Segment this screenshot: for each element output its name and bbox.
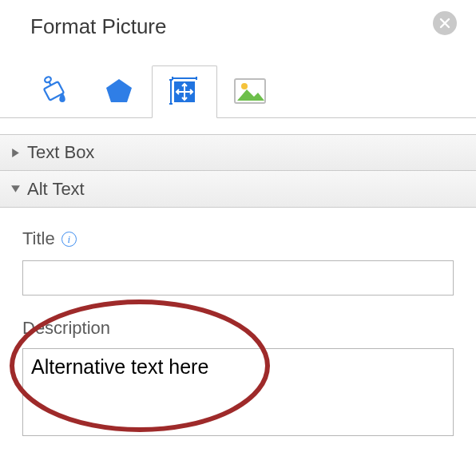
description-label: Description xyxy=(22,318,110,339)
panel-header: Format Picture xyxy=(0,0,476,50)
title-input[interactable] xyxy=(22,260,454,296)
section-label-alt-text: Alt Text xyxy=(27,179,85,200)
alt-text-form: Title i Description xyxy=(0,208,476,439)
section-label-text-box: Text Box xyxy=(27,142,94,163)
svg-marker-15 xyxy=(12,149,19,157)
spacer xyxy=(0,118,476,134)
size-properties-icon xyxy=(167,74,202,109)
panel-title: Format Picture xyxy=(30,14,167,39)
pentagon-icon xyxy=(103,75,135,107)
description-label-row: Description xyxy=(22,318,454,339)
section-text-box[interactable]: Text Box xyxy=(0,134,476,171)
svg-point-1 xyxy=(44,76,52,83)
close-icon xyxy=(439,18,450,29)
chevron-down-icon xyxy=(8,184,22,194)
description-input[interactable] xyxy=(22,348,454,436)
picture-icon xyxy=(232,77,268,105)
tab-fill-line[interactable] xyxy=(21,65,86,117)
title-label-row: Title i xyxy=(22,228,454,249)
chevron-right-icon xyxy=(8,148,22,158)
tab-strip xyxy=(0,50,476,118)
info-icon[interactable]: i xyxy=(61,232,77,247)
svg-marker-2 xyxy=(106,79,132,102)
format-picture-panel: Format Picture xyxy=(0,0,476,476)
tab-size-properties[interactable] xyxy=(152,65,217,118)
tab-effects[interactable] xyxy=(86,65,152,117)
section-alt-text[interactable]: Alt Text xyxy=(0,171,476,208)
close-button[interactable] xyxy=(433,11,457,35)
paint-bucket-icon xyxy=(36,73,71,109)
title-label: Title xyxy=(22,228,55,249)
tab-picture[interactable] xyxy=(217,65,283,117)
svg-marker-16 xyxy=(11,185,20,192)
svg-point-13 xyxy=(241,83,248,89)
